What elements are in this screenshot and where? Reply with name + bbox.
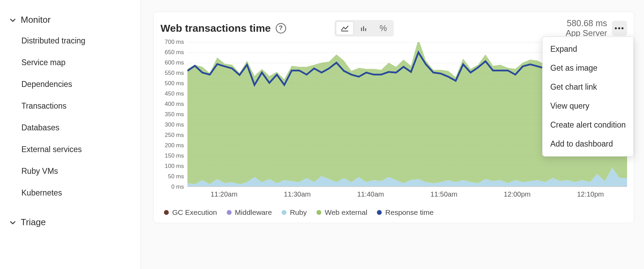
legend-swatch <box>282 210 286 215</box>
sidebar-item-ruby-vms[interactable]: Ruby VMs <box>0 160 140 182</box>
sidebar: MonitorDistributed tracingService mapDep… <box>0 0 141 269</box>
dropdown-item-expand[interactable]: Expand <box>543 40 633 59</box>
nav-group-triage[interactable]: Triage <box>0 212 140 232</box>
x-tick: 11:40am <box>357 190 384 198</box>
y-tick: 0 ms <box>171 183 184 190</box>
sidebar-item-kubernetes[interactable]: Kubernetes <box>0 182 140 204</box>
legend-label: Middleware <box>235 208 272 217</box>
legend-label: GC Execution <box>172 208 217 217</box>
bar-chart-icon <box>360 25 368 32</box>
x-tick: 11:20am <box>211 190 237 198</box>
line-chart-icon <box>341 25 349 32</box>
sidebar-item-databases[interactable]: Databases <box>0 117 140 139</box>
nav-group-label: Triage <box>21 217 46 228</box>
y-tick: 150 ms <box>165 152 184 159</box>
ellipsis-icon: ••• <box>614 24 624 33</box>
legend-item-middleware[interactable]: Middleware <box>227 208 272 217</box>
y-tick: 550 ms <box>165 70 184 77</box>
y-tick: 700 ms <box>165 39 184 46</box>
x-tick: 12:00pm <box>504 190 531 198</box>
y-tick: 350 ms <box>165 111 184 118</box>
legend-item-response-time[interactable]: Response time <box>377 208 433 217</box>
legend-swatch <box>227 210 232 215</box>
svg-rect-3 <box>365 28 366 31</box>
y-tick: 100 ms <box>165 163 184 170</box>
y-tick: 50 ms <box>168 173 184 180</box>
legend-label: Response time <box>385 208 433 217</box>
percent-icon: % <box>380 23 387 33</box>
sidebar-item-dependencies[interactable]: Dependencies <box>0 73 140 95</box>
y-tick: 450 ms <box>165 90 184 97</box>
sidebar-item-distributed-tracing[interactable]: Distributed tracing <box>0 30 140 52</box>
dropdown-item-view-query[interactable]: View query <box>543 97 633 116</box>
legend-item-web-external[interactable]: Web external <box>316 208 367 217</box>
chart-header: Web transactions time ? % 580.68 ms <box>160 18 627 38</box>
main-content: Web transactions time ? % 580.68 ms <box>141 0 644 269</box>
legend-item-ruby[interactable]: Ruby <box>282 208 307 217</box>
chart-options-dropdown: ExpandGet as imageGet chart linkView que… <box>542 37 634 157</box>
sidebar-item-transactions[interactable]: Transactions <box>0 95 140 117</box>
chevron-down-icon <box>8 220 17 225</box>
legend-label: Web external <box>325 208 367 217</box>
y-axis: 700 ms650 ms600 ms550 ms500 ms450 ms400 … <box>160 42 187 187</box>
legend-label: Ruby <box>290 208 307 217</box>
y-tick: 500 ms <box>165 80 184 87</box>
y-tick: 400 ms <box>165 101 184 108</box>
dropdown-item-get-as-image[interactable]: Get as image <box>543 59 633 78</box>
y-tick: 200 ms <box>165 142 184 149</box>
chart-type-toggle: % <box>334 20 394 37</box>
more-options-button[interactable]: ••• <box>612 21 627 36</box>
dropdown-item-get-chart-link[interactable]: Get chart link <box>543 78 633 97</box>
chart-title: Web transactions time <box>160 22 271 34</box>
y-tick: 600 ms <box>165 59 184 66</box>
x-tick: 11:50am <box>430 190 457 198</box>
legend-swatch <box>164 210 169 215</box>
x-tick: 12:10pm <box>577 190 604 198</box>
legend-swatch <box>316 210 321 215</box>
help-icon[interactable]: ? <box>276 23 286 33</box>
metric-value: 580.68 ms <box>566 18 607 28</box>
svg-rect-1 <box>361 28 362 31</box>
y-tick: 250 ms <box>165 132 184 139</box>
percent-button[interactable]: % <box>374 21 392 35</box>
sidebar-item-service-map[interactable]: Service map <box>0 52 140 73</box>
metric-summary: 580.68 ms App Server <box>566 18 607 38</box>
sidebar-item-external-services[interactable]: External services <box>0 139 140 160</box>
y-tick: 300 ms <box>165 121 184 128</box>
chevron-down-icon <box>8 18 17 22</box>
legend-swatch <box>377 210 382 215</box>
line-chart-button[interactable] <box>336 21 354 35</box>
bar-chart-button[interactable] <box>355 21 373 35</box>
dropdown-item-create-alert-condition[interactable]: Create alert condition <box>543 116 633 134</box>
dropdown-item-add-to-dashboard[interactable]: Add to dashboard <box>543 134 633 153</box>
legend-item-gc-execution[interactable]: GC Execution <box>164 208 217 217</box>
x-axis: 11:20am11:30am11:40am11:50am12:00pm12:10… <box>187 190 627 200</box>
nav-group-monitor[interactable]: Monitor <box>0 10 140 30</box>
nav-group-label: Monitor <box>21 14 51 25</box>
svg-rect-2 <box>363 26 364 31</box>
chart-legend: GC ExecutionMiddlewareRubyWeb externalRe… <box>164 208 627 217</box>
y-tick: 650 ms <box>165 49 184 56</box>
x-tick: 11:30am <box>284 190 311 198</box>
